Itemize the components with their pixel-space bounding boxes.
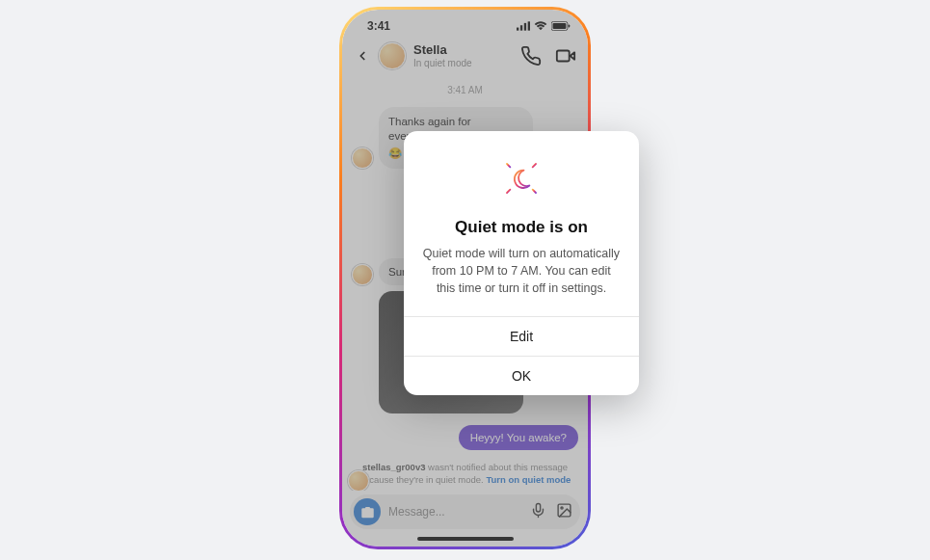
- chat-timestamp: 3:41 AM: [352, 85, 578, 95]
- gallery-icon[interactable]: [556, 502, 572, 522]
- svg-line-18: [507, 190, 510, 193]
- msg-avatar: [352, 264, 373, 285]
- ok-button[interactable]: OK: [404, 356, 639, 395]
- status-bar: 3:41: [342, 10, 588, 37]
- cellular-icon: [517, 21, 530, 31]
- msg-avatar: [348, 470, 369, 491]
- notice-link[interactable]: Turn on quiet mode: [486, 474, 571, 485]
- contact-avatar[interactable]: [379, 42, 406, 69]
- svg-rect-5: [553, 23, 567, 29]
- svg-marker-8: [571, 52, 575, 59]
- svg-rect-0: [517, 28, 518, 31]
- svg-rect-3: [528, 21, 530, 30]
- battery-icon: [551, 21, 571, 31]
- mic-icon[interactable]: [530, 502, 546, 522]
- contact-status: In quiet mode: [413, 58, 513, 68]
- edit-button[interactable]: Edit: [404, 316, 639, 356]
- quiet-mode-notice: stellas_gr00v3 wasn't notified about thi…: [352, 456, 578, 491]
- svg-line-19: [533, 164, 536, 167]
- message-composer[interactable]: Message...: [350, 494, 580, 529]
- svg-rect-1: [520, 25, 522, 30]
- outgoing-message-row: Heyyy! You awake?: [352, 425, 578, 450]
- svg-rect-7: [557, 51, 570, 62]
- status-time: 3:41: [367, 19, 390, 33]
- contact-name: Stella: [413, 43, 513, 57]
- svg-rect-9: [536, 503, 540, 512]
- notice-username: stellas_gr00v3: [362, 462, 426, 472]
- home-indicator[interactable]: [417, 537, 514, 541]
- quiet-mode-modal: Quiet mode is on Quiet mode will turn on…: [404, 131, 639, 395]
- svg-rect-6: [569, 24, 571, 27]
- wifi-icon: [534, 21, 547, 31]
- back-button[interactable]: [354, 47, 371, 65]
- outgoing-bubble[interactable]: Heyyy! You awake?: [459, 425, 578, 450]
- message-input[interactable]: Message...: [388, 505, 522, 519]
- status-icons: [517, 21, 571, 31]
- chat-header: Stella In quiet mode: [342, 37, 588, 79]
- svg-line-17: [533, 190, 536, 193]
- svg-rect-2: [524, 23, 526, 31]
- call-button[interactable]: [520, 45, 542, 67]
- camera-button[interactable]: [354, 498, 381, 525]
- outgoing-text: Heyyy! You awake?: [470, 432, 567, 443]
- msg-avatar: [352, 147, 373, 169]
- video-button[interactable]: [555, 45, 576, 67]
- header-text[interactable]: Stella In quiet mode: [413, 43, 513, 67]
- modal-body: Quiet mode will turn on automatically fr…: [404, 245, 639, 316]
- svg-line-16: [507, 164, 510, 167]
- modal-title: Quiet mode is on: [439, 218, 603, 245]
- svg-point-11: [561, 506, 563, 508]
- quiet-mode-icon: [497, 154, 545, 206]
